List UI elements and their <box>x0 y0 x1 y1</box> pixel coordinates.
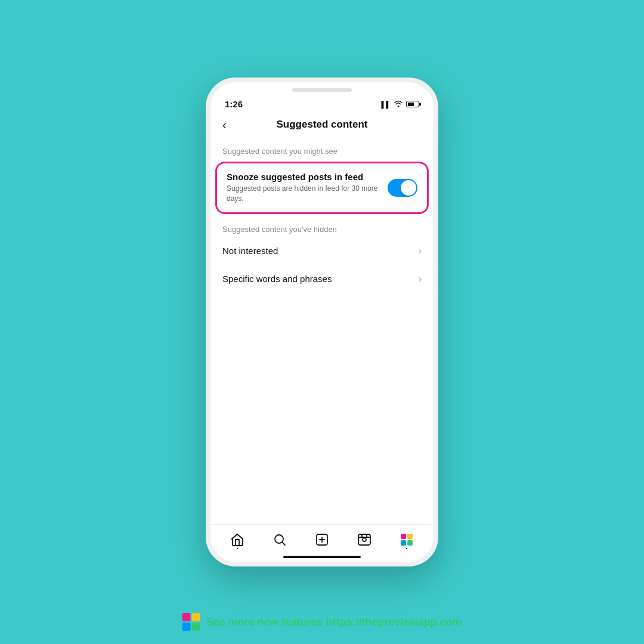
snooze-text-area: Snooze suggested posts in feed Suggested… <box>227 172 380 204</box>
phone-notch <box>292 88 352 92</box>
signal-icon: ▌▌ <box>381 101 391 108</box>
svg-rect-6 <box>401 540 406 546</box>
specific-words-label: Specific words and phrases <box>222 274 332 284</box>
back-button[interactable]: ‹ <box>222 118 227 132</box>
nav-reels-button[interactable] <box>357 532 372 547</box>
nav-header: ‹ Suggested content <box>210 114 434 138</box>
svg-rect-4 <box>401 534 406 539</box>
toggle-knob <box>401 180 416 196</box>
svg-rect-5 <box>407 534 413 539</box>
footer-logo <box>182 613 200 631</box>
status-icons: ▌▌ <box>381 100 419 109</box>
nav-home-button[interactable] <box>230 532 245 547</box>
snooze-toggle-row[interactable]: Snooze suggested posts in feed Suggested… <box>215 162 429 214</box>
content-area: Suggested content you might see Snooze s… <box>210 138 434 531</box>
page-title: Suggested content <box>276 119 367 131</box>
svg-rect-2 <box>358 534 370 545</box>
footer-text: See more new features https://thepreview… <box>206 616 462 628</box>
status-time: 1:26 <box>225 99 243 109</box>
phone-frame: 1:26 ▌▌ ‹ Suggeste <box>206 78 438 566</box>
bottom-navigation <box>210 524 434 562</box>
not-interested-row[interactable]: Not interested › <box>210 237 434 265</box>
nav-search-button[interactable] <box>272 532 287 547</box>
battery-icon <box>406 101 419 107</box>
wifi-icon <box>394 100 403 109</box>
not-interested-label: Not interested <box>222 246 278 256</box>
chevron-right-icon-2: › <box>419 274 422 284</box>
footer-bar: See more new features https://thepreview… <box>182 613 462 631</box>
section2-label: Suggested content you've hidden <box>210 216 434 237</box>
nav-create-button[interactable] <box>314 532 330 547</box>
chevron-right-icon: › <box>419 246 422 256</box>
svg-point-0 <box>275 535 283 543</box>
snooze-subtitle: Suggested posts are hidden in feed for 3… <box>227 184 380 204</box>
page-background: 1:26 ▌▌ ‹ Suggeste <box>0 0 644 644</box>
snooze-toggle[interactable] <box>388 179 417 197</box>
specific-words-row[interactable]: Specific words and phrases › <box>210 265 434 293</box>
section1-label: Suggested content you might see <box>210 138 434 159</box>
nav-profile-button[interactable] <box>399 532 414 547</box>
svg-point-3 <box>363 538 366 541</box>
snooze-title: Snooze suggested posts in feed <box>227 172 380 182</box>
home-indicator <box>283 556 361 558</box>
status-bar: 1:26 ▌▌ <box>210 82 434 114</box>
svg-rect-7 <box>407 540 413 546</box>
